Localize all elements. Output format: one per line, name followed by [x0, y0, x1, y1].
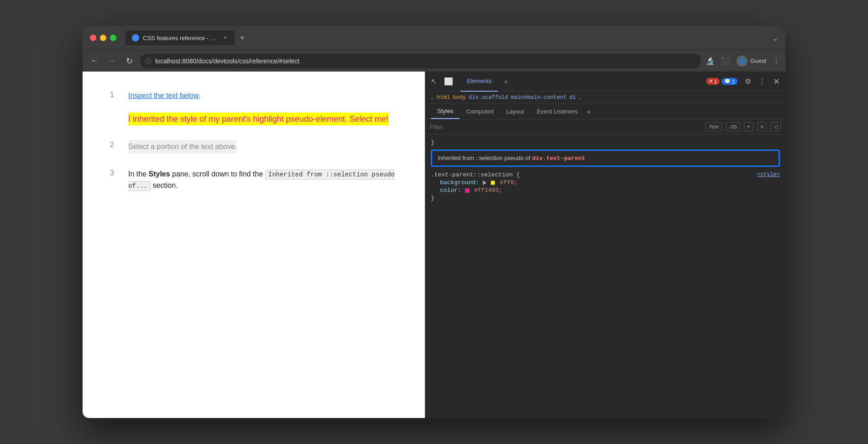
- tab-title: CSS features reference - Chron: [143, 35, 218, 41]
- chrome-favicon-icon: [132, 34, 139, 41]
- forward-button[interactable]: →: [105, 55, 118, 67]
- item-number-3: 3: [110, 169, 119, 177]
- profile-avatar: 👤: [737, 56, 748, 67]
- opening-brace: }: [431, 139, 780, 146]
- rule-closing-brace: }: [431, 195, 780, 201]
- styles-bold: Styles: [148, 170, 170, 178]
- tab-more[interactable]: »: [498, 72, 514, 92]
- prop-name-color: color:: [440, 187, 465, 194]
- item-content-2: Select a portion of the text above.: [128, 140, 237, 154]
- title-bar: CSS features reference - Chron × + ⌄: [83, 26, 785, 50]
- css-property-background: background: #ff0;: [431, 179, 780, 186]
- window-more-icon[interactable]: ⌄: [772, 34, 778, 42]
- add-style-button[interactable]: +: [744, 122, 753, 131]
- inspect-element-icon[interactable]: ↖: [431, 77, 437, 86]
- lock-icon: ⓘ: [146, 57, 152, 65]
- item-number-2: 2: [110, 141, 119, 149]
- elements-tab-label: Elements: [467, 77, 492, 84]
- styles-panel: Styles Computed Layout Event Listeners »…: [425, 104, 785, 418]
- tab-styles[interactable]: Styles: [431, 104, 460, 119]
- text-mid: pane, scroll down to find the: [170, 170, 265, 178]
- item-content-1: Inspect the text below. I inherited the …: [128, 90, 388, 125]
- error-badge-group: ✕ 1 💬 1: [706, 78, 737, 85]
- close-button[interactable]: [90, 35, 96, 41]
- error-x-icon: ✕: [709, 78, 713, 84]
- styles-tab-bar: Styles Computed Layout Event Listeners »: [425, 104, 785, 119]
- css-property-color: color: #ff1493;: [431, 187, 780, 194]
- inspect-text-link[interactable]: Inspect the text below: [128, 92, 199, 99]
- more-tabs-label: »: [504, 78, 507, 85]
- tab-close-button[interactable]: ×: [221, 34, 229, 41]
- browser-window: CSS features reference - Chron × + ⌄ ← →…: [83, 26, 785, 418]
- styles-more-tabs[interactable]: »: [584, 104, 593, 119]
- minimize-button[interactable]: [100, 35, 106, 41]
- page-content: 1 Inspect the text below. I inherited th…: [83, 72, 425, 418]
- instruction-list: 1 Inspect the text below. I inherited th…: [110, 90, 397, 191]
- cls-filter-button[interactable]: .cls: [726, 122, 740, 131]
- address-bar: ← → ↻ ⓘ localhost:8080/docs/devtools/css…: [83, 50, 785, 72]
- background-color-swatch[interactable]: [491, 181, 495, 185]
- url-text: localhost:8080/docs/devtools/css/referen…: [155, 57, 299, 65]
- expand-color-icon[interactable]: [483, 181, 486, 185]
- message-badge[interactable]: 💬 1: [722, 78, 737, 85]
- prop-value-color: #ff1493;: [474, 187, 502, 194]
- breadcrumb-ellipsis[interactable]: …: [431, 94, 434, 101]
- item-content-3: In the Styles pane, scroll down to find …: [128, 168, 397, 191]
- breadcrumb-div-scaffold[interactable]: div.scaffold: [469, 94, 508, 101]
- devtools-tab-bar: Elements »: [460, 72, 699, 92]
- prop-name-background: background:: [440, 179, 483, 186]
- settings-gear-icon[interactable]: ⚙: [745, 77, 751, 86]
- message-count: 1: [732, 79, 735, 84]
- dom-breadcrumb: … html body div.scaffold main#main-conte…: [425, 92, 785, 104]
- rule-selector-line: .text-parent::selection { <style>: [431, 171, 780, 178]
- devtools-close-button[interactable]: ✕: [773, 77, 780, 87]
- breadcrumb-end-ellipsis[interactable]: …: [579, 94, 582, 101]
- text-after: section.: [151, 181, 178, 189]
- breadcrumb-body[interactable]: body: [453, 94, 466, 101]
- item-number-1: 1: [110, 91, 119, 99]
- new-tab-button[interactable]: +: [235, 33, 250, 43]
- layer-button[interactable]: ≡: [757, 122, 767, 131]
- error-count: 1: [714, 79, 717, 84]
- profile-button[interactable]: 👤 Guest: [737, 56, 766, 67]
- device-toggle-icon[interactable]: ⬜: [444, 77, 453, 86]
- list-item: 1 Inspect the text below. I inherited th…: [110, 90, 397, 125]
- breadcrumb-di[interactable]: di: [570, 94, 576, 101]
- rule-selector: .text-parent::selection {: [431, 171, 520, 178]
- active-tab[interactable]: CSS features reference - Chron ×: [125, 31, 235, 45]
- tab-computed[interactable]: Computed: [460, 104, 500, 119]
- tab-event-listeners[interactable]: Event Listeners: [530, 104, 584, 119]
- sidebar-button[interactable]: ◁: [770, 122, 781, 131]
- tab-elements[interactable]: Elements: [460, 72, 498, 92]
- styles-content: } Inherited from ::selection pseudo of d…: [425, 134, 785, 418]
- url-bar[interactable]: ⓘ localhost:8080/docs/devtools/css/refer…: [140, 54, 701, 68]
- breadcrumb-html[interactable]: html: [437, 94, 450, 101]
- css-rule-block: .text-parent::selection { <style> backgr…: [431, 171, 780, 201]
- color-swatch[interactable]: [465, 188, 470, 193]
- traffic-lights: [90, 35, 116, 41]
- split-screen-icon[interactable]: ⬛: [721, 57, 730, 65]
- filter-input[interactable]: [430, 124, 701, 130]
- devtools-toolbar: ↖ ⬜ Elements » ✕ 1 💬: [425, 72, 785, 92]
- highlighted-text: I inherited the style of my parent's hig…: [128, 113, 388, 125]
- maximize-button[interactable]: [110, 35, 116, 41]
- filter-buttons: :hov .cls + ≡ ◁: [705, 122, 781, 131]
- devtools-more-icon[interactable]: ⋮: [758, 77, 766, 86]
- rule-source[interactable]: <style>: [757, 171, 780, 178]
- error-badge[interactable]: ✕ 1: [706, 78, 720, 85]
- inherited-selector[interactable]: div.text-parent: [532, 155, 586, 162]
- period-after-link: .: [199, 92, 200, 99]
- main-content: 1 Inspect the text below. I inherited th…: [83, 72, 785, 418]
- toolbar-right: 🔬 ⬛ 👤 Guest ⋮: [706, 56, 780, 67]
- browser-more-icon[interactable]: ⋮: [773, 57, 780, 65]
- devtools-panel: ↖ ⬜ Elements » ✕ 1 💬: [425, 72, 785, 418]
- refresh-button[interactable]: ↻: [123, 55, 136, 67]
- tab-layout[interactable]: Layout: [500, 104, 530, 119]
- breadcrumb-main[interactable]: main#main-content: [511, 94, 566, 101]
- message-icon: 💬: [724, 78, 731, 84]
- back-button[interactable]: ←: [88, 55, 101, 67]
- inherited-label: Inherited from ::selection pseudo of: [438, 155, 532, 161]
- list-item: 2 Select a portion of the text above.: [110, 140, 397, 154]
- hov-filter-button[interactable]: :hov: [705, 122, 722, 131]
- labs-icon[interactable]: 🔬: [706, 57, 715, 65]
